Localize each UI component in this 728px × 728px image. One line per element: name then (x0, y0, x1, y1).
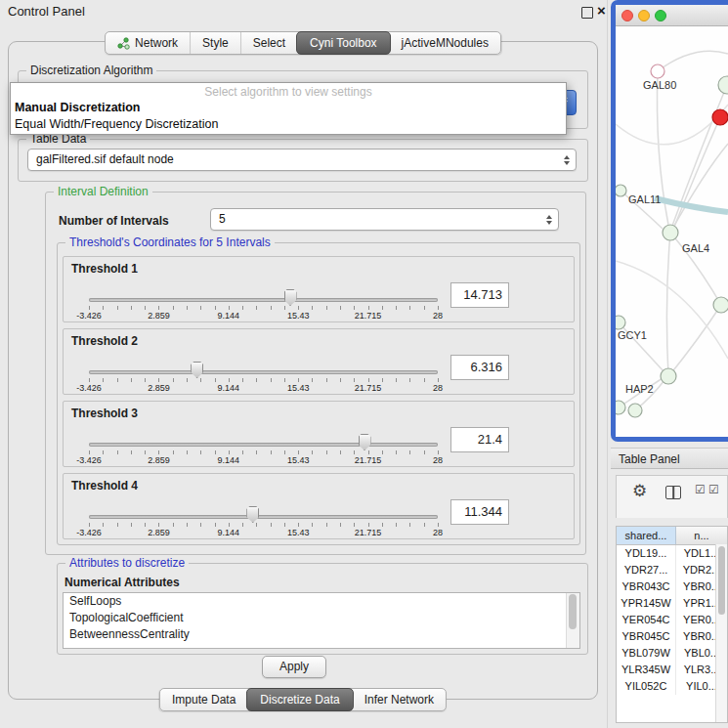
slider-tick (438, 378, 439, 382)
table-cell[interactable]: YPR145W (617, 595, 676, 612)
bottom-tab-infer-network[interactable]: Infer Network (353, 689, 446, 710)
table-cell[interactable]: YBR043C (617, 578, 676, 595)
table-cell[interactable]: YDR27... (617, 562, 676, 578)
combo-arrows-icon (564, 155, 570, 165)
threshold-slider-track[interactable] (89, 298, 438, 302)
table-cell[interactable]: YBR045C (617, 628, 676, 645)
table-row[interactable]: YLR345WYLR3... (617, 662, 727, 678)
numerical-attributes-list[interactable]: SelfLoopsTopologicalCoefficientBetweenne… (63, 592, 580, 649)
network-edge[interactable] (670, 305, 721, 374)
table-row[interactable]: YDR27...YDR2... (617, 562, 727, 578)
network-node[interactable] (651, 64, 664, 78)
threshold-panel-3: Threshold 3-3.4262.8599.14415.4321.71528… (63, 401, 575, 467)
table-cell[interactable]: YDL19... (617, 545, 676, 562)
network-window: GAL80GAL11GAL4GCY1HAP2 (611, 0, 728, 442)
bottom-tab-impute-data[interactable]: Impute Data (160, 689, 247, 710)
network-edge[interactable] (670, 144, 728, 233)
threshold-slider-thumb[interactable] (246, 506, 259, 523)
network-node[interactable] (628, 404, 642, 417)
close-icon[interactable]: × (597, 2, 606, 19)
slider-scale-label: 2.859 (148, 528, 170, 537)
network-node[interactable] (663, 225, 678, 240)
slider-scale-label: 15.43 (287, 528, 310, 537)
network-node[interactable] (713, 297, 728, 313)
zoom-traffic-light-icon[interactable] (655, 10, 666, 21)
float-window-icon[interactable] (581, 7, 593, 19)
network-node[interactable] (718, 76, 728, 94)
tab-style[interactable]: Style (190, 32, 240, 54)
list-scrollbar[interactable] (566, 593, 579, 648)
tab-jactivemnodules[interactable]: jActiveMNodules (390, 32, 500, 54)
slider-scale-label: 15.43 (287, 383, 310, 393)
bottom-tab-discretize-data[interactable]: Discretize Data (246, 688, 353, 711)
network-node[interactable] (616, 401, 625, 414)
slider-tick (354, 450, 355, 454)
network-icon (117, 37, 130, 50)
network-edge[interactable] (666, 233, 670, 376)
columns-icon[interactable] (665, 486, 681, 499)
list-item[interactable]: SelfLoops (64, 593, 579, 610)
dropdown-option-equal-width-frequency-discretization[interactable]: Equal Width/Frequency Discretization (11, 116, 566, 133)
apply-button[interactable]: Apply (262, 656, 326, 678)
threshold-value-field[interactable]: 11.344 (450, 499, 509, 525)
table-row[interactable]: YIL052CYIL0... (617, 678, 727, 695)
dropdown-option-manual-discretization[interactable]: Manual Discretization (11, 100, 566, 116)
network-edge[interactable] (658, 51, 728, 71)
network-node[interactable] (661, 368, 676, 384)
table-row[interactable]: YDL19...YDL1... (617, 545, 727, 562)
slider-tick (187, 523, 188, 527)
minimize-traffic-light-icon[interactable] (638, 10, 650, 21)
threshold-value-field[interactable]: 14.713 (450, 282, 509, 308)
slider-tick (340, 523, 341, 527)
table-cell[interactable]: YLR345W (617, 662, 676, 678)
table-scrollbar[interactable] (715, 544, 727, 722)
slider-tick (187, 450, 188, 454)
table-cell[interactable]: YIL052C (617, 678, 676, 695)
table-row[interactable]: YBL079WYBL0... (617, 645, 727, 662)
table-row[interactable]: YER054CYER0... (617, 612, 727, 628)
number-of-intervals-value: 5 (219, 209, 226, 230)
table-row[interactable]: YBR045CYBR0... (617, 628, 727, 645)
network-canvas[interactable]: GAL80GAL11GAL4GCY1HAP2 (616, 26, 728, 436)
close-traffic-light-icon[interactable] (621, 10, 633, 21)
checkbox-icon[interactable]: ☑ (708, 483, 719, 496)
column-header-n-[interactable]: n... (676, 527, 727, 544)
network-window-titlebar[interactable] (616, 5, 728, 26)
table-data-combobox[interactable]: galFiltered.sif default node (27, 149, 577, 171)
slider-tick (131, 450, 132, 454)
table-row[interactable]: YBR043CYBR0... (617, 578, 727, 595)
checkbox-icon[interactable]: ☑ (695, 483, 706, 496)
threshold-slider-track[interactable] (89, 443, 438, 447)
network-node[interactable] (712, 109, 728, 125)
slider-scale-label: 2.859 (148, 383, 170, 393)
network-node[interactable] (616, 316, 625, 329)
table-cell[interactable]: YBL079W (617, 645, 676, 662)
slider-tick (242, 378, 243, 382)
network-node[interactable] (616, 185, 626, 196)
threshold-slider-thumb[interactable] (191, 362, 203, 378)
slider-tick (145, 450, 146, 454)
number-of-intervals-combobox[interactable]: 5 (210, 208, 559, 231)
list-item[interactable]: TopologicalCoefficient (64, 610, 579, 626)
threshold-value-field[interactable]: 21.4 (450, 427, 509, 452)
threshold-slider-track[interactable] (89, 515, 438, 519)
slider-tick (438, 450, 439, 454)
top-tab-bar: NetworkStyleSelectCyni ToolboxjActiveMNo… (105, 31, 501, 55)
slider-tick (354, 523, 355, 527)
threshold-slider-thumb[interactable] (284, 289, 297, 306)
tab-network[interactable]: Network (106, 32, 190, 54)
table-cell[interactable]: YER054C (617, 612, 676, 628)
table-row[interactable]: YPR145WYPR1... (617, 595, 727, 612)
threshold-value-field[interactable]: 6.316 (450, 355, 509, 380)
tab-cyni-toolbox[interactable]: Cyni Toolbox (296, 31, 390, 55)
list-item[interactable]: BetweennessCentrality (64, 626, 579, 643)
threshold-slider-track[interactable] (89, 370, 438, 374)
threshold-slider-thumb[interactable] (359, 434, 371, 450)
tab-select[interactable]: Select (240, 32, 297, 54)
slider-tick (424, 378, 425, 382)
gear-icon[interactable]: ⚙ (632, 481, 647, 501)
slider-tick (368, 306, 369, 310)
algorithm-dropdown-popup: Select algorithm to view settings Manual… (10, 82, 567, 135)
column-header-shared-[interactable]: shared... (617, 527, 676, 544)
network-edge[interactable] (616, 261, 728, 359)
